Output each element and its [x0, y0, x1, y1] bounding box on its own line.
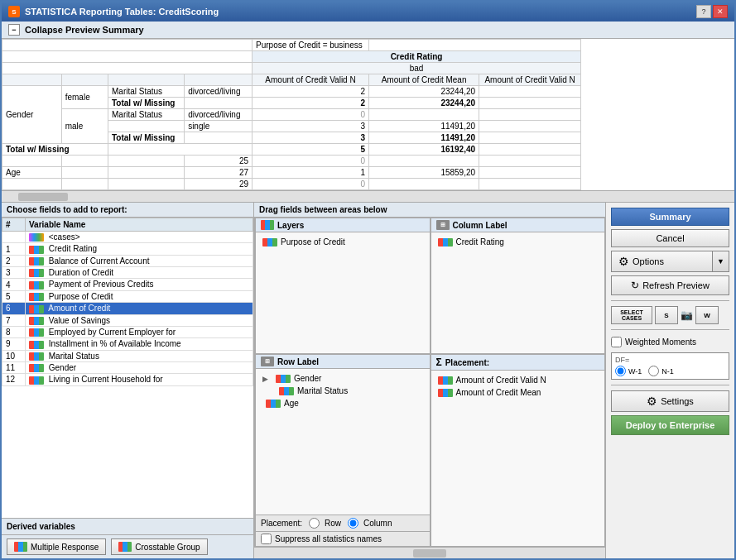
row-label-content[interactable]: ▶ Gender Marital Status Age	[256, 369, 430, 515]
refresh-preview-button[interactable]: ↻ Refresh Preview	[611, 275, 729, 295]
drag-panel: Drag fields between areas below Layers P…	[254, 203, 606, 558]
layers-content[interactable]: Purpose of Credit	[256, 232, 430, 353]
multiple-response-icon	[14, 542, 27, 552]
deploy-button[interactable]: Deploy to Enterprise	[611, 415, 729, 435]
drag-item-credit-rating[interactable]: Credit Rating	[435, 236, 602, 248]
list-item[interactable]: 12 Living in Current Household for	[2, 374, 253, 385]
preview-header: − Collapse Preview Summary	[2, 22, 734, 39]
n1-radio-label[interactable]: N-1	[648, 366, 674, 376]
field-icon	[276, 375, 291, 383]
drag-item-age[interactable]: Age	[259, 397, 426, 409]
list-item[interactable]: 3 Duration of Credit	[2, 267, 253, 279]
content-area: − Collapse Preview Summary Purpose of Cr…	[2, 22, 734, 558]
values-area[interactable]: Σ Placement: Amount of Credit Valid N Am…	[431, 354, 606, 547]
main-window: S STATISTICA Reporting Tables: CreditSco…	[0, 0, 736, 560]
camera-icon-wrapper: 📷	[681, 309, 693, 321]
table-row: Age 27 1 15859,20	[2, 167, 581, 179]
field-icon	[29, 317, 44, 325]
fields-table-container[interactable]: # Variable Name <cases>	[2, 218, 253, 518]
column-label-header: ⊞ Column Label	[431, 218, 605, 232]
s-button[interactable]: S	[655, 306, 678, 324]
preview-table: Purpose of Credit = business Credit Rati…	[2, 39, 581, 190]
values-header: Σ Placement:	[431, 355, 605, 371]
suppress-label: Suppress all statistics names	[275, 534, 382, 543]
drag-item-gender[interactable]: ▶ Gender	[259, 372, 426, 385]
field-icon	[29, 293, 44, 301]
list-item[interactable]: 10 Marital Status	[2, 350, 253, 361]
row-label-area[interactable]: ⊞ Row Label ▶ Gender Marital Stat	[255, 354, 431, 547]
column-radio[interactable]	[348, 518, 358, 529]
options-button[interactable]: ⚙ Options	[612, 251, 712, 271]
preview-table-container[interactable]: Purpose of Credit = business Credit Rati…	[2, 39, 734, 190]
column-label-area[interactable]: ⊞ Column Label Credit Rating	[431, 218, 606, 354]
preview-scrollbar-h[interactable]	[2, 190, 734, 202]
title-bar-left: S STATISTICA Reporting Tables: CreditSco…	[8, 6, 219, 17]
drag-item-marital-status[interactable]: Marital Status	[259, 385, 426, 397]
drag-scrollbar-h[interactable]	[254, 547, 605, 558]
column-radio-label[interactable]: Column	[348, 518, 392, 529]
options-label: Options	[633, 256, 664, 266]
right-panel: Summary Cancel ⚙ Options ▼ ↻ Refresh Pre…	[606, 203, 734, 558]
filter-label: Purpose of Credit = business	[253, 40, 369, 51]
layers-header: Layers	[256, 218, 430, 232]
drag-item-icon	[438, 238, 453, 246]
options-arrow-button[interactable]: ▼	[712, 251, 729, 271]
df-label: DF=	[615, 356, 725, 364]
crosstable-icon	[118, 542, 132, 552]
drag-item-valid-n[interactable]: Amount of Credit Valid N	[435, 374, 602, 386]
collapse-button[interactable]: −	[8, 24, 20, 36]
table-row: Total w/ Missing 5 16192,40	[2, 144, 581, 156]
derived-variables-bar: Derived variables	[2, 518, 253, 534]
row-radio-label-text: Row	[325, 519, 341, 528]
column-label-content[interactable]: Credit Rating	[431, 232, 605, 353]
drag-item-mean[interactable]: Amount of Credit Mean	[435, 386, 602, 399]
select-cases-button[interactable]: SELECT CASES	[611, 306, 652, 324]
suppress-checkbox[interactable]	[261, 534, 272, 544]
close-button[interactable]: ✕	[713, 5, 728, 18]
field-icon	[279, 387, 294, 395]
n1-radio[interactable]	[648, 366, 659, 376]
list-item[interactable]: 2 Balance of Current Account	[2, 255, 253, 266]
suppress-bar: Suppress all statistics names	[256, 531, 430, 546]
field-icon	[29, 305, 44, 314]
field-icon	[29, 281, 44, 290]
fields-panel: Choose fields to add to report: # Variab…	[2, 203, 254, 558]
col1-header: Amount of Credit Valid N	[253, 74, 369, 86]
field-icon	[29, 376, 44, 385]
cancel-button[interactable]: Cancel	[611, 229, 729, 247]
cancel-label: Cancel	[656, 233, 684, 243]
layers-area[interactable]: Layers Purpose of Credit	[255, 218, 431, 354]
list-item[interactable]: 11 Gender	[2, 361, 253, 373]
list-item[interactable]: 8 Employed by Current Employer for	[2, 326, 253, 337]
window-title: STATISTICA Reporting Tables: CreditScori…	[25, 7, 219, 17]
list-item[interactable]: 4 Payment of Previous Credits	[2, 279, 253, 290]
summary-button[interactable]: Summary	[611, 208, 729, 226]
list-item[interactable]: 1 Credit Rating	[2, 243, 253, 255]
w1-radio[interactable]	[615, 366, 626, 376]
list-item[interactable]: 6 Amount of Credit	[2, 303, 253, 314]
table-row: male Marital Status divorced/living 0	[2, 109, 581, 121]
list-item[interactable]: 9 Installment in % of Available Income	[2, 338, 253, 350]
row-radio[interactable]	[309, 518, 320, 529]
weighted-moments-checkbox[interactable]	[611, 337, 622, 347]
list-item[interactable]: <cases>	[2, 232, 253, 243]
w-button[interactable]: W	[695, 306, 719, 324]
separator-1	[611, 300, 729, 301]
column-radio-label-text: Column	[363, 519, 392, 528]
table-row: 29 0	[2, 179, 581, 190]
preview-section: − Collapse Preview Summary Purpose of Cr…	[2, 22, 734, 203]
multiple-response-button[interactable]: Multiple Response	[7, 538, 106, 555]
row-radio-label[interactable]: Row	[309, 518, 341, 529]
drag-item-purpose-of-credit[interactable]: Purpose of Credit	[259, 236, 426, 248]
list-item[interactable]: 7 Value of Savings	[2, 314, 253, 326]
crosstable-group-button[interactable]: Crosstable Group	[111, 538, 207, 555]
settings-button[interactable]: ⚙ Settings	[611, 390, 729, 412]
drag-item-icon	[262, 238, 277, 246]
field-icon	[438, 376, 453, 385]
w1-radio-label[interactable]: W-1	[615, 366, 642, 376]
bad-header: bad	[253, 63, 581, 74]
list-item[interactable]: 5 Purpose of Credit	[2, 290, 253, 302]
help-button[interactable]: ?	[696, 5, 711, 18]
title-bar-controls: ? ✕	[696, 5, 728, 18]
values-content[interactable]: Amount of Credit Valid N Amount of Credi…	[431, 371, 605, 546]
